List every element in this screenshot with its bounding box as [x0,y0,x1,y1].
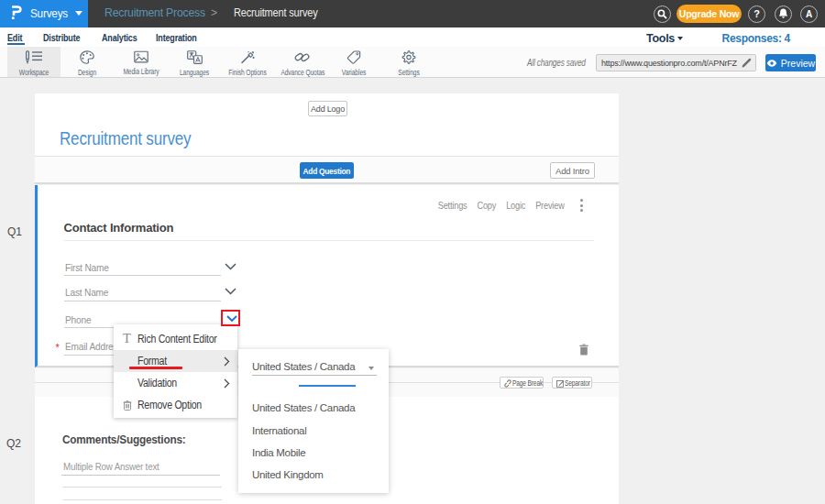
field-underline [64,275,221,276]
eye-icon [766,60,777,67]
upgrade-now-button[interactable]: Upgrade Now [676,5,742,23]
edit-url-pencil-icon[interactable] [742,58,752,68]
question-number-q1: Q1 [7,225,22,238]
toolbar-label: Languages [173,68,214,77]
survey-title[interactable]: Recruitment survey [60,128,191,149]
add-logo-button[interactable]: Add Logo [308,101,347,116]
tools-caret-icon [677,37,683,40]
variables-tag-icon [346,50,361,64]
question-title-rule [64,240,594,241]
question-actions: Settings Copy Logic Preview [438,200,565,211]
toolbar-item-design[interactable]: Design [60,47,114,77]
notifications-button[interactable] [775,5,792,23]
field-label-last-name[interactable]: Last Name [65,287,108,298]
format-select-underline [252,375,377,376]
menu-item-format[interactable]: Format [114,350,237,372]
design-palette-icon [80,50,94,64]
search-icon [657,9,667,19]
toolbar-label: Workspace [13,68,54,77]
questionpro-survey-editor: Surveys Recruitment Process > Recruitmen… [0,0,825,504]
survey-canvas-area: Q1 Q2 Add Logo Recruitment survey Add Qu… [0,78,825,504]
annotation-red-underline [129,367,182,369]
format-option-india-mobile[interactable]: India Mobile [252,447,305,458]
answer-line [63,499,222,500]
toolbar-label: Design [66,68,107,77]
trash-icon [120,400,135,411]
required-asterisk: * [56,342,60,353]
breadcrumb-current: Recruitment survey [234,6,318,19]
separator-icon [556,379,565,388]
toolbar-item-workspace[interactable]: Workspace [7,47,60,77]
menu-item-remove-option[interactable]: Remove Option [114,394,237,416]
field-label-first-name[interactable]: First Name [65,262,109,273]
settings-gear-icon [402,50,416,64]
help-button[interactable]: ? [748,5,765,23]
delete-question-trash-icon[interactable] [579,344,588,356]
question-title-q1[interactable]: Contact Information [64,221,174,235]
question-preview-link[interactable]: Preview [536,200,565,211]
tab-distribute[interactable]: Distribute [43,32,80,43]
format-select-value[interactable]: United States / Canada [252,361,355,372]
bell-icon [778,8,788,19]
preview-button[interactable]: Preview [765,54,816,71]
menu-item-validation[interactable]: Validation [114,372,237,394]
toolbar-label: Variables [333,68,374,77]
product-caret-icon [75,11,82,16]
media-library-icon [134,50,148,63]
search-button[interactable] [654,5,671,23]
workspace-icon [24,50,44,64]
toolbar-item-variables[interactable]: Variables [327,47,380,77]
tab-edit[interactable]: Edit [7,32,22,43]
question-logic-link[interactable]: Logic [507,200,526,211]
question-settings-link[interactable]: Settings [438,200,468,211]
toolbar-label: Finish Options [226,68,268,77]
product-switcher[interactable]: Surveys [0,0,88,27]
format-select-caret-icon[interactable] [368,367,374,370]
preview-label: Preview [781,58,815,69]
separator-button[interactable]: Separator [552,377,592,389]
answer-line [61,475,220,476]
menu-item-rich-content-editor[interactable]: T Rich Content Editor [114,327,237,350]
survey-url-box [596,54,756,71]
field-label-phone[interactable]: Phone [65,314,91,325]
account-avatar[interactable]: A [800,5,818,23]
toolbar-item-languages[interactable]: Languages [168,47,221,77]
toolbar-item-finish-options[interactable]: Finish Options [221,47,274,77]
question-copy-link[interactable]: Copy [478,200,497,211]
avatar-initial: A [806,9,812,19]
breadcrumb-folder[interactable]: Recruitment Process [104,6,205,19]
format-option-united-kingdom[interactable]: United Kingdom [252,469,324,480]
toolbar-label: Advance Quotas [280,68,322,77]
toolbar-label: Settings [388,68,429,77]
add-question-button[interactable]: Add Question [300,162,354,179]
toolbar-item-advance-quotas[interactable]: Advance Quotas [275,47,328,77]
question-more-menu-icon[interactable] [580,199,584,214]
format-option-us-canada[interactable]: United States / Canada [252,402,355,413]
responses-count[interactable]: Responses: 4 [722,32,790,45]
submenu-blue-indicator [299,385,356,388]
format-option-international[interactable]: International [252,425,306,436]
page-break-label: Page Break [512,378,543,388]
tools-menu[interactable]: Tools [646,32,675,45]
page-break-button[interactable]: Page Break [500,377,544,389]
field-options-context-menu: T Rich Content Editor Format Validation … [114,324,237,418]
nav-tabs-row: Edit Distribute Analytics Integration To… [0,27,825,47]
multiline-answer-placeholder[interactable]: Multiple Row Answer text [63,461,160,472]
field-chevron-icon[interactable] [225,288,236,295]
tab-integration[interactable]: Integration [156,32,197,43]
toolbar-item-media-library[interactable]: Media Library [115,47,168,77]
annotation-red-box [221,310,240,327]
field-chevron-icon[interactable] [225,263,236,270]
question-number-q2: Q2 [6,437,21,450]
languages-icon [187,50,203,64]
rich-text-icon: T [120,332,135,345]
add-intro-button[interactable]: Add Intro [550,162,595,179]
question-title-q2[interactable]: Comments/Suggestions: [62,433,185,446]
format-submenu-panel: United States / Canada United States / C… [238,349,389,493]
editor-toolbar: Workspace Design Media Library Languages… [0,47,825,78]
survey-url-input[interactable] [601,55,741,71]
tab-analytics[interactable]: Analytics [102,32,137,43]
toolbar-item-settings[interactable]: Settings [382,47,435,77]
top-bar: Surveys Recruitment Process > Recruitmen… [0,0,825,27]
save-status: All changes saved [527,58,586,68]
